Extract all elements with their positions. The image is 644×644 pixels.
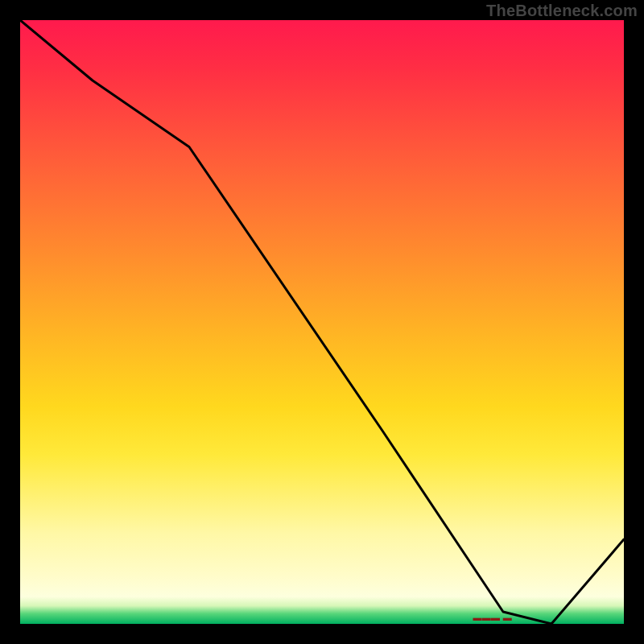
chart-frame: TheBottleneck.com ▬▬▬ ▬: [0, 0, 644, 644]
plot-area: ▬▬▬ ▬: [20, 20, 624, 624]
series-line: [20, 20, 624, 624]
baseline-marker: ▬▬▬ ▬: [473, 613, 513, 622]
attribution-text: TheBottleneck.com: [486, 2, 638, 20]
